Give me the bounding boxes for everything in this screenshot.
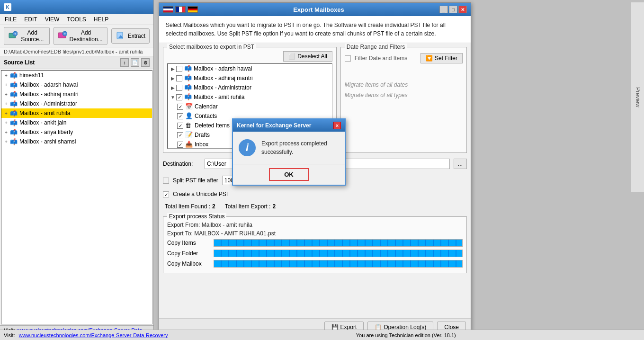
expand-icon: + [3, 101, 9, 107]
total-found-label: Total Item Found : [165, 203, 210, 210]
total-export-label: Total Item Export : [225, 203, 271, 210]
export-status-legend: Export process Status [167, 213, 226, 220]
tree-item-label: Mailbox - ariya liberty [19, 129, 73, 135]
tree-item-label: himesh11 [19, 72, 44, 79]
tree-item-ankit[interactable]: + 📫 Mailbox - ankit jain [1, 118, 152, 127]
tree-item-adarsh[interactable]: + 📫 Mailbox - adarsh hawai [1, 80, 152, 89]
tree-item-admin[interactable]: + 📫 Mailbox - Administrator [1, 99, 152, 108]
confirm-close-button[interactable]: × [333, 122, 341, 129]
global-website-link[interactable]: www.nucleustechnologies.com/Exchange-Ser… [19, 332, 168, 338]
close-dialog-button[interactable]: ✕ [458, 6, 467, 13]
mbox-item-admin[interactable]: ▶ 📫 Mailbox - Administrator [168, 83, 332, 92]
copy-items-fill [214, 240, 462, 246]
split-checkbox[interactable] [163, 178, 169, 184]
minimize-button[interactable]: _ [439, 6, 448, 13]
set-filter-button[interactable]: 🔽 Set Filter [420, 53, 463, 63]
extract-label: Extract [128, 33, 145, 39]
add-source-button[interactable]: + Add Source... [4, 27, 50, 45]
flag-uk[interactable] [163, 6, 173, 13]
tree-item-label: Mailbox - adhiraj mantri [19, 91, 79, 98]
source-list-tool-1[interactable]: ↕ [120, 58, 129, 67]
menu-tools[interactable]: TOOLS [64, 15, 89, 24]
tree-item-label: Mailbox - arshi shamsi [19, 138, 76, 145]
mbox-label: Mailbox - Administrator [194, 84, 251, 91]
deselect-all-button[interactable]: ⬜ Deselect All [283, 51, 332, 62]
source-tree[interactable]: + 📫 himesh11 + 📫 Mailbox - adarsh hawai … [1, 70, 152, 324]
menu-view[interactable]: VIEW [42, 15, 63, 24]
copy-mailbox-progress [214, 260, 463, 268]
confirm-message-line1: Export process completed [261, 140, 327, 147]
global-edition: You are using Technician edition (Ver. 1… [172, 332, 640, 338]
export-dialog-title: Export Mailboxes [293, 6, 344, 13]
add-destination-icon: + [58, 31, 67, 41]
svg-text:+: + [63, 32, 66, 36]
drafts-icon: 📝 [185, 131, 193, 139]
mailbox-icon: 📫 [10, 90, 18, 98]
mbox-checkbox-deleted[interactable]: ✓ [177, 123, 183, 129]
mbox-item-calendar[interactable]: ✓ 📅 Calendar [168, 102, 332, 111]
tree-item-himesh[interactable]: + 📫 himesh11 [1, 71, 152, 80]
copy-mailbox-label: Copy Mailbox [167, 260, 210, 267]
extract-button[interactable]: Extract [111, 28, 150, 44]
tree-item-adhiraj[interactable]: + 📫 Mailbox - adhiraj mantri [1, 89, 152, 99]
mailbox-icon: 📫 [10, 119, 18, 126]
mbox-item-amit[interactable]: ▼ ✓ 📫 Mailbox - amit ruhila [168, 92, 332, 102]
total-found-value: 2 [212, 203, 215, 210]
confirm-message: Export process completed successfully. [261, 139, 327, 156]
unicode-row: ✓ Create a Unicode PST [163, 190, 467, 198]
menu-file[interactable]: FILE [2, 15, 19, 24]
tree-item-label: Mailbox - Administrator [19, 100, 77, 107]
mbox-checkbox-admin[interactable] [176, 85, 182, 91]
preview-label: Preview [635, 87, 641, 107]
deleted-icon: 🗑 [185, 122, 193, 129]
mbox-item-adarsh[interactable]: ▶ 📫 Mailbox - adarsh hawai [168, 64, 332, 73]
menu-edit[interactable]: EDIT [21, 15, 40, 24]
mbox-checkbox-adarsh[interactable] [176, 66, 182, 72]
extract-icon [116, 31, 126, 41]
tree-item-arshi[interactable]: + 📫 Mailbox - arshi shamsi [1, 137, 152, 146]
mbox-checkbox-calendar[interactable]: ✓ [177, 104, 183, 110]
language-flags [163, 6, 198, 13]
split-label: Split PST file after [173, 177, 218, 184]
global-status-bar: Visit: www.nucleustechnologies.com/Excha… [0, 330, 644, 340]
filter-date-checkbox[interactable] [345, 55, 351, 62]
source-list-tool-2[interactable]: 📄 [131, 58, 139, 67]
mbox-item-adhiraj[interactable]: ▶ 📫 Mailbox - adhiraj mantri [168, 73, 332, 83]
tree-item-amit[interactable]: + 📫 Mailbox - amit ruhila [1, 108, 152, 118]
confirm-body: i Export process completed successfully. [233, 132, 345, 164]
tree-item-label: Mailbox - ankit jain [19, 119, 66, 126]
stats-row: Total Item Found : 2 Total Item Export :… [163, 202, 467, 211]
mbox-checkbox-amit[interactable]: ✓ [176, 94, 182, 100]
browse-button[interactable]: ... [454, 159, 467, 169]
mbox-expand-icon: ▶ [170, 85, 176, 90]
mbox-checkbox-adhiraj[interactable] [176, 75, 182, 81]
breadcrumb: D:\Aftab\DemoFiles\EDB files\priv1.edb\M… [0, 47, 153, 56]
mbox-icon: 📫 [184, 74, 192, 82]
mailbox-icon: 📫 [10, 72, 18, 79]
mbox-checkbox-contacts[interactable]: ✓ [177, 113, 183, 119]
add-destination-button[interactable]: + Add Destination... [54, 27, 107, 45]
app-logo: K [4, 3, 11, 11]
mbox-checkbox-drafts[interactable]: ✓ [177, 132, 183, 138]
mbox-checkbox-inbox[interactable]: ✓ [177, 142, 183, 148]
confirm-message-line2: successfully. [261, 149, 293, 155]
expand-icon: + [3, 72, 9, 78]
copy-items-label: Copy Items [167, 240, 210, 246]
flag-de[interactable] [188, 6, 198, 13]
tree-item-ariya[interactable]: + 📫 Mailbox - ariya liberty [1, 127, 152, 137]
flag-fr[interactable] [175, 6, 186, 13]
mbox-label: Mailbox - adarsh hawai [194, 65, 252, 72]
confirm-ok-button[interactable]: OK [269, 168, 309, 181]
unicode-label: Create a Unicode PST [173, 191, 230, 197]
copy-folder-progress [214, 250, 463, 257]
expand-icon: + [3, 82, 9, 88]
unicode-checkbox[interactable]: ✓ [163, 191, 169, 197]
expand-icon: + [3, 129, 9, 135]
mailbox-icon: 📫 [10, 109, 18, 117]
maximize-button[interactable]: □ [449, 6, 457, 13]
menu-help[interactable]: HELP [91, 15, 111, 24]
expand-icon: + [3, 110, 9, 116]
mbox-label: Deleted Items [195, 122, 230, 129]
source-list-tool-3[interactable]: ⚙ [141, 58, 150, 67]
mailbox-icon: 📫 [10, 138, 18, 145]
